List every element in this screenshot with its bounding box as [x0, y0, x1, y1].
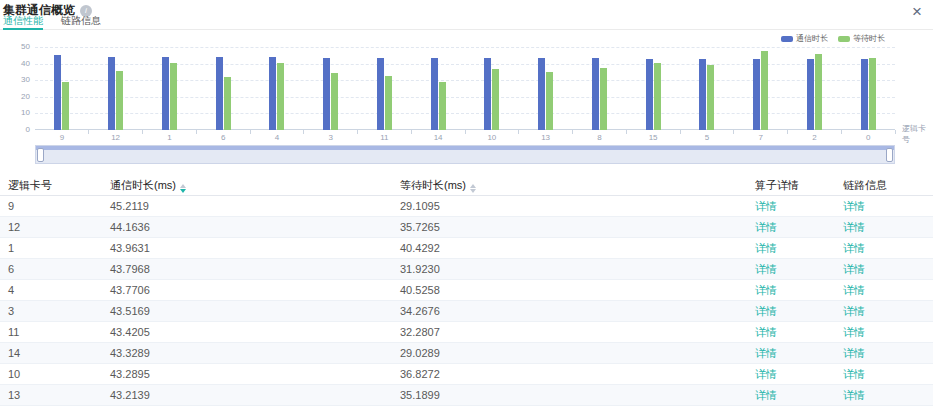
comm-duration-cell: 43.4205 — [110, 326, 400, 338]
bar-wait-series[interactable] — [600, 68, 607, 130]
y-axis-tick-label: 10 — [0, 108, 30, 117]
operator-details-link[interactable]: 详情 — [755, 263, 777, 275]
card-number-cell: 9 — [0, 200, 110, 212]
datazoom-right-handle[interactable] — [886, 148, 893, 162]
bar-wait-series[interactable] — [815, 54, 822, 130]
card-number-cell: 3 — [0, 305, 110, 317]
bar-wait-series[interactable] — [492, 69, 499, 130]
x-axis-tick-label: 12 — [89, 133, 143, 142]
link-info-link[interactable]: 详情 — [843, 221, 865, 233]
bar-wait-series[interactable] — [116, 71, 123, 130]
bar-comm-series[interactable] — [592, 58, 599, 130]
bar-wait-series[interactable] — [707, 65, 714, 130]
bar-wait-series[interactable] — [439, 82, 446, 130]
sort-desc-icon — [470, 189, 476, 193]
sort-icon[interactable] — [180, 184, 186, 193]
link-info-link[interactable]: 详情 — [843, 200, 865, 212]
operator-details-link[interactable]: 详情 — [755, 200, 777, 212]
datazoom-slider[interactable] — [35, 145, 895, 164]
cluster-communication-overview-panel: 集群通信概览 i × 通信性能 链路信息 通信时长等待时长 0102030405… — [0, 0, 933, 406]
legend-item-wait[interactable]: 等待时长 — [838, 33, 885, 44]
operator-details-link[interactable]: 详情 — [755, 242, 777, 254]
bar-wait-series[interactable] — [277, 63, 284, 130]
link-info-link[interactable]: 详情 — [843, 389, 865, 401]
wait-duration-cell: 40.5258 — [400, 284, 755, 296]
legend-item-comm[interactable]: 通信时长 — [781, 33, 828, 44]
link-info-link[interactable]: 详情 — [843, 347, 865, 359]
bar-comm-series[interactable] — [861, 59, 868, 130]
bar-wait-series[interactable] — [385, 76, 392, 130]
bar-wait-series[interactable] — [170, 63, 177, 130]
bar-comm-series[interactable] — [484, 58, 491, 130]
card-number-cell: 6 — [0, 263, 110, 275]
bar-comm-series[interactable] — [538, 58, 545, 130]
operator-details-link-cell: 详情 — [755, 388, 843, 403]
comm-duration-cell: 45.2119 — [110, 200, 400, 212]
table-header-cell: 逻辑卡号 — [0, 178, 110, 193]
bar-comm-series[interactable] — [431, 58, 438, 130]
bar-wait-series[interactable] — [331, 73, 338, 130]
table-header-cell[interactable]: 通信时长(ms) — [110, 178, 400, 193]
bar-wait-series[interactable] — [224, 77, 231, 130]
tab-bar: 通信性能 链路信息 — [0, 14, 933, 30]
wait-duration-cell: 29.1095 — [400, 200, 755, 212]
table-row: 1143.420532.2807详情详情 — [0, 322, 933, 343]
operator-details-link-cell: 详情 — [755, 199, 843, 214]
bar-comm-series[interactable] — [699, 59, 706, 130]
bar-comm-series[interactable] — [162, 57, 169, 130]
operator-details-link[interactable]: 详情 — [755, 326, 777, 338]
bar-wait-series[interactable] — [761, 51, 768, 130]
table-body: 945.211929.1095详情详情1244.163635.7265详情详情1… — [0, 196, 933, 406]
bar-group: 0 — [841, 47, 895, 130]
card-number-cell: 14 — [0, 347, 110, 359]
link-info-link[interactable]: 详情 — [843, 263, 865, 275]
table-header-cell[interactable]: 等待时长(ms) — [400, 178, 755, 193]
bar-comm-series[interactable] — [753, 59, 760, 130]
operator-details-link[interactable]: 详情 — [755, 347, 777, 359]
operator-details-link[interactable]: 详情 — [755, 221, 777, 233]
bar-comm-series[interactable] — [323, 58, 330, 130]
bar-group: 14 — [411, 47, 465, 130]
link-info-link[interactable]: 详情 — [843, 305, 865, 317]
bar-group: 1 — [143, 47, 197, 130]
bar-wait-series[interactable] — [869, 58, 876, 130]
wait-duration-cell: 34.2676 — [400, 305, 755, 317]
comm-duration-cell: 43.7968 — [110, 263, 400, 275]
tab-link-info[interactable]: 链路信息 — [61, 14, 101, 29]
operator-details-link-cell: 详情 — [755, 325, 843, 340]
operator-details-link[interactable]: 详情 — [755, 305, 777, 317]
wait-duration-cell: 40.4292 — [400, 242, 755, 254]
bar-group: 6 — [196, 47, 250, 130]
tab-communication-performance[interactable]: 通信性能 — [3, 14, 43, 30]
sort-icon[interactable] — [470, 184, 476, 193]
bar-comm-series[interactable] — [646, 59, 653, 131]
operator-details-link[interactable]: 详情 — [755, 389, 777, 401]
datazoom-left-handle[interactable] — [37, 148, 44, 162]
operator-details-link[interactable]: 详情 — [755, 368, 777, 380]
link-info-link[interactable]: 详情 — [843, 326, 865, 338]
communication-table: 逻辑卡号通信时长(ms)等待时长(ms)算子详情链路信息 945.211929.… — [0, 175, 933, 406]
x-axis-tick-label: 5 — [680, 133, 734, 142]
bar-comm-series[interactable] — [54, 55, 61, 130]
link-info-link[interactable]: 详情 — [843, 284, 865, 296]
y-axis-tick-label: 40 — [0, 59, 30, 68]
link-info-link-cell: 详情 — [843, 262, 933, 277]
bar-wait-series[interactable] — [654, 63, 661, 130]
x-axis-tick-label: 8 — [573, 133, 627, 142]
table-header-cell: 链路信息 — [843, 178, 933, 193]
operator-details-link[interactable]: 详情 — [755, 284, 777, 296]
bar-comm-series[interactable] — [807, 59, 814, 130]
link-info-link-cell: 详情 — [843, 220, 933, 235]
bar-group: 5 — [680, 47, 734, 130]
link-info-link[interactable]: 详情 — [843, 242, 865, 254]
bar-comm-series[interactable] — [269, 57, 276, 130]
bar-wait-series[interactable] — [62, 82, 69, 130]
bar-comm-series[interactable] — [216, 57, 223, 130]
bar-comm-series[interactable] — [108, 57, 115, 130]
bar-wait-series[interactable] — [546, 72, 553, 130]
wait-duration-cell: 29.0289 — [400, 347, 755, 359]
link-info-link[interactable]: 详情 — [843, 368, 865, 380]
card-number-cell: 4 — [0, 284, 110, 296]
bar-comm-series[interactable] — [377, 58, 384, 130]
bar-chart: 通信时长等待时长 01020304050 9121643111410138155… — [0, 30, 933, 145]
